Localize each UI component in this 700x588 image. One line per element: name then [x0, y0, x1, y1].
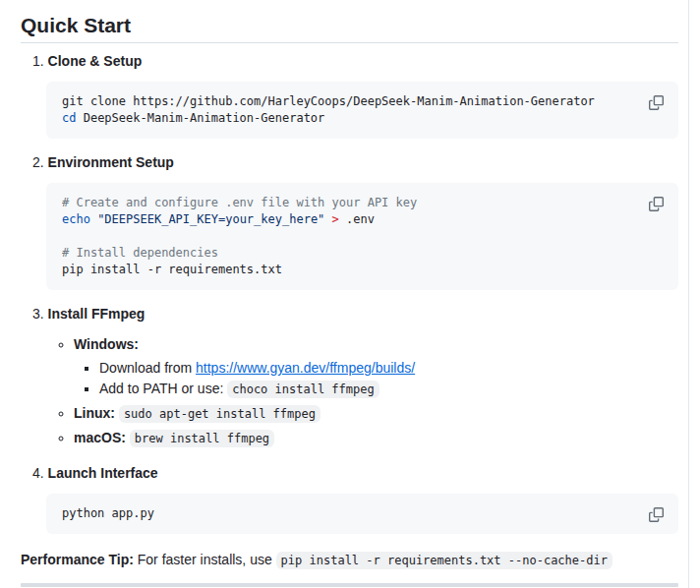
performance-tip-label: Performance Tip:	[21, 552, 134, 567]
sub-list-item: Download from https://www.gyan.dev/ffmpe…	[99, 358, 678, 379]
step-body: Windows:Download from https://www.gyan.d…	[46, 334, 678, 449]
quick-start-list: 1. Clone & Setupgit clone https://github…	[21, 51, 678, 534]
sub-list-item: Add to PATH or use: choco install ffmpeg	[99, 379, 678, 400]
os-label: Windows:	[74, 336, 139, 352]
list-item: Linux: sudo apt-get install ffmpeg	[74, 403, 678, 425]
step-1: 1. Clone & Setupgit clone https://github…	[21, 51, 678, 139]
os-options-list: Windows:Download from https://www.gyan.d…	[46, 334, 678, 449]
step-body: # Create and configure .env file with yo…	[46, 183, 678, 290]
performance-tip-code: pip install -r requirements.txt --no-cac…	[276, 552, 612, 569]
step-number: 4.	[32, 465, 48, 481]
step-body: git clone https://github.com/HarleyCoops…	[46, 82, 678, 139]
inline-code: sudo apt-get install ffmpeg	[119, 405, 321, 423]
page-root: Quick Start 1. Clone & Setupgit clone ht…	[0, 0, 689, 588]
code-content: git clone https://github.com/HarleyCoops…	[62, 93, 663, 127]
copy-button[interactable]	[643, 501, 669, 527]
step-number: 3.	[32, 306, 48, 322]
horizontal-rule	[21, 583, 678, 587]
step-number: 2.	[32, 154, 48, 170]
copy-button[interactable]	[643, 89, 669, 115]
copy-button[interactable]	[643, 191, 669, 216]
code-content: # Create and configure .env file with yo…	[62, 195, 663, 278]
copy-icon	[649, 95, 664, 110]
copy-icon	[649, 197, 664, 211]
step-title: 2. Environment Setup	[32, 152, 678, 173]
step-title: 4. Launch Interface	[32, 463, 678, 484]
os-label: macOS:	[74, 430, 126, 445]
page-title: Quick Start	[21, 14, 678, 43]
step-title: 3. Install FFmpeg	[32, 304, 678, 324]
step-number: 1.	[32, 53, 48, 69]
step-title: 1. Clone & Setup	[32, 51, 678, 72]
code-content: python app.py	[62, 505, 663, 522]
performance-tip-text: For faster installs, use	[134, 552, 276, 567]
inline-code: choco install ffmpeg	[227, 381, 379, 398]
step-3: 3. Install FFmpegWindows:Download from h…	[21, 304, 678, 449]
copy-icon	[649, 507, 664, 522]
ffmpeg-builds-link[interactable]: https://www.gyan.dev/ffmpeg/builds/	[196, 360, 415, 376]
step-4: 4. Launch Interfacepython app.py	[21, 463, 678, 534]
list-item: Windows:Download from https://www.gyan.d…	[74, 334, 678, 400]
list-item: macOS: brew install ffmpeg	[74, 428, 678, 449]
step-body: python app.py	[46, 494, 678, 534]
code-block: # Create and configure .env file with yo…	[46, 183, 678, 290]
inline-code: brew install ffmpeg	[130, 430, 274, 447]
performance-tip: Performance Tip: For faster installs, us…	[21, 550, 678, 571]
step-2: 2. Environment Setup# Create and configu…	[21, 152, 678, 290]
sub-list: Download from https://www.gyan.dev/ffmpe…	[74, 358, 678, 400]
os-label: Linux:	[74, 405, 115, 421]
code-block: python app.py	[46, 494, 678, 534]
code-block: git clone https://github.com/HarleyCoops…	[46, 82, 678, 139]
